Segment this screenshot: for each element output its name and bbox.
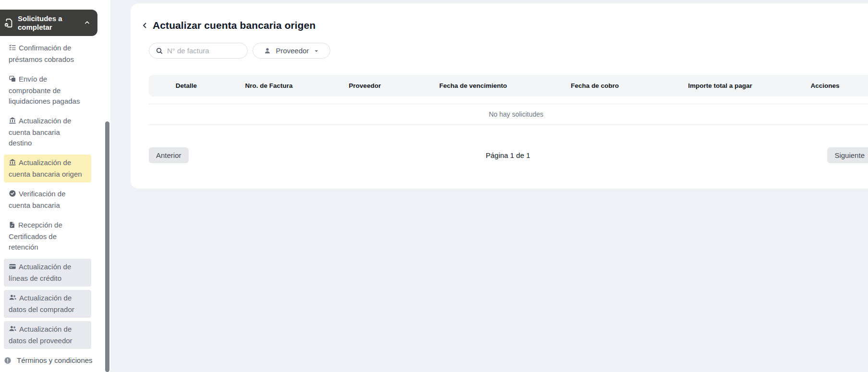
sidebar-item-envio-comprobante-liquidaciones[interactable]: Envío de comprobante de liquidaciones pa…: [4, 71, 91, 109]
sidebar-item-label: Actualización de cuenta bancaria origen: [9, 158, 82, 178]
previous-page-button[interactable]: Anterior: [149, 147, 189, 163]
sidebar-item-label: Actualización de datos del comprador: [9, 294, 74, 313]
sidebar-item-label: Actualización de datos del proveedor: [9, 325, 72, 345]
file-check-icon: [3, 18, 14, 28]
sidebar-section-solicitudes[interactable]: Solicitudes a completar: [0, 10, 97, 36]
column-header: Importe total a pagar: [659, 82, 781, 89]
terms-and-conditions-link[interactable]: Términos y condiciones: [4, 356, 93, 364]
sidebar-item-actualizacion-datos-proveedor[interactable]: Actualización de datos del proveedor: [4, 321, 91, 349]
invoice-search-input[interactable]: [167, 47, 239, 55]
column-header: Acciones: [781, 82, 868, 89]
column-header: Nro. de Factura: [224, 82, 314, 89]
column-header: Fecha de cobro: [530, 82, 659, 89]
main-area: Actualizar cuenta bancaria origen Provee…: [110, 0, 868, 372]
checklist-icon: [9, 44, 16, 54]
column-header: Detalle: [149, 82, 224, 89]
sidebar-item-label: Verificación de cuenta bancaria: [9, 190, 66, 209]
pagination-bar: Anterior Página 1 de 1 Siguiente: [149, 147, 868, 163]
chevron-up-icon: [84, 19, 91, 26]
terms-and-conditions-label: Términos y condiciones: [17, 356, 93, 364]
proveedor-filter-label: Proveedor: [276, 47, 309, 55]
sidebar-scrollbar-thumb[interactable]: [105, 121, 109, 372]
sidebar-item-actualizacion-datos-comprador[interactable]: Actualización de datos del comprador: [4, 290, 91, 318]
file-icon: [9, 221, 16, 231]
sidebar-item-label: Actualización de líneas de crédito: [9, 263, 71, 282]
sidebar-item-actualizacion-cuenta-bancaria-destino[interactable]: Actualización de cuenta bancaria destino: [4, 113, 91, 151]
sidebar-item-label: Recepción de Certificados de retención: [9, 221, 62, 251]
sidebar-item-actualizacion-lineas-credito[interactable]: Actualización de líneas de crédito: [4, 259, 91, 287]
title-row: Actualizar cuenta bancaria origen: [141, 20, 868, 31]
sidebar: Solicitudes a completar Confirmación de …: [0, 0, 110, 372]
page-title: Actualizar cuenta bancaria origen: [153, 20, 315, 31]
alert-circle-icon: [4, 357, 12, 364]
card-icon: [9, 263, 16, 273]
bank-icon: [9, 158, 16, 169]
table-header-row: DetalleNro. de FacturaProveedorFecha de …: [149, 75, 868, 96]
requests-table: DetalleNro. de FacturaProveedorFecha de …: [149, 75, 868, 125]
invoice-search-field[interactable]: [149, 43, 248, 59]
check-circle-icon: [9, 190, 16, 200]
sidebar-section-label: Solicitudes a completar: [18, 14, 80, 32]
app-root: Solicitudes a completar Confirmación de …: [0, 0, 868, 372]
sidebar-item-verificacion-cuenta-bancaria[interactable]: Verificación de cuenta bancaria: [4, 186, 91, 214]
sidebar-item-actualizacion-cuenta-bancaria-origen[interactable]: Actualización de cuenta bancaria origen: [4, 155, 91, 182]
sidebar-menu: Confirmación de préstamos cobradosEnvío …: [4, 40, 110, 352]
table-empty-row: No hay solicitudes: [149, 104, 868, 125]
search-icon: [156, 47, 163, 55]
sidebar-item-label: Envío de comprobante de liquidaciones pa…: [9, 75, 80, 105]
users-icon: [9, 293, 17, 304]
empty-state-text: No hay solicitudes: [489, 110, 543, 118]
column-header: Fecha de vencimiento: [416, 82, 530, 89]
proveedor-filter-dropdown[interactable]: Proveedor: [253, 43, 330, 59]
copy-icon: [9, 75, 16, 85]
chevron-left-icon[interactable]: [141, 21, 149, 30]
next-page-button[interactable]: Siguiente: [827, 147, 868, 163]
caret-down-icon: [313, 48, 319, 54]
sidebar-item-confirmacion-prestamos-cobrados[interactable]: Confirmación de préstamos cobrados: [4, 40, 91, 68]
column-header: Proveedor: [314, 82, 416, 89]
bank-icon: [9, 117, 16, 127]
sidebar-item-recepcion-certificados-retencion[interactable]: Recepción de Certificados de retención: [4, 217, 91, 255]
page-indicator: Página 1 de 1: [486, 151, 530, 159]
sidebar-item-label: Actualización de cuenta bancaria destino: [9, 117, 71, 147]
person-icon: [264, 47, 271, 55]
users-icon: [9, 324, 17, 336]
filters-row: Proveedor: [149, 43, 868, 59]
content-card: Actualizar cuenta bancaria origen Provee…: [131, 3, 868, 189]
sidebar-item-label: Confirmación de préstamos cobrados: [9, 44, 74, 63]
